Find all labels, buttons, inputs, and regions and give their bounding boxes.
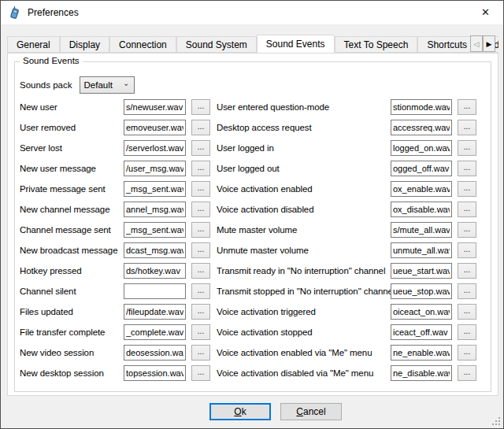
tab-label: Connection (119, 39, 167, 50)
sound-file-input[interactable] (124, 222, 186, 238)
sound-event-label: New desktop session (20, 368, 124, 378)
sound-file-input[interactable] (391, 120, 452, 135)
sound-file-input[interactable] (391, 222, 452, 238)
sound-event-label: File transfer complete (20, 327, 124, 337)
ok-button[interactable]: Ok (209, 403, 271, 420)
tab-label: General (17, 39, 50, 50)
sound-file-input[interactable] (391, 181, 452, 197)
sound-file-input[interactable] (391, 140, 452, 156)
sound-file-input[interactable] (124, 161, 186, 176)
sound-event-row: User entered question-mode ... (217, 99, 476, 115)
browse-button[interactable]: ... (191, 222, 210, 238)
sound-file-input[interactable] (124, 202, 186, 217)
sound-file-input[interactable] (124, 99, 186, 115)
sound-file-input[interactable] (124, 324, 186, 340)
browse-button[interactable]: ... (458, 99, 476, 115)
sound-events-tab-pane: Sound Events Sounds pack Default ⌄ New u… (7, 53, 498, 396)
browse-button[interactable]: ... (458, 120, 476, 135)
browse-button[interactable]: ... (191, 202, 210, 217)
browse-button[interactable]: ... (458, 140, 476, 156)
sound-file-input[interactable] (124, 263, 186, 279)
tab[interactable]: Sound System (176, 36, 257, 53)
sound-file-input[interactable] (391, 99, 452, 115)
sound-event-row: User logged out ... (217, 161, 476, 176)
sound-file-input[interactable] (124, 304, 186, 320)
sound-file-input[interactable] (391, 283, 452, 299)
sound-event-row: Private message sent ... (20, 181, 210, 197)
window-title: Preferences (28, 7, 79, 18)
sounds-pack-value: Default (84, 80, 124, 90)
sound-file-input[interactable] (391, 324, 452, 340)
browse-button[interactable]: ... (458, 304, 476, 320)
browse-button[interactable]: ... (191, 365, 210, 381)
browse-button[interactable]: ... (191, 161, 210, 176)
browse-button[interactable]: ... (191, 304, 210, 320)
browse-button[interactable]: ... (458, 263, 476, 279)
sound-file-input[interactable] (391, 242, 452, 258)
sound-event-row: New desktop session ... (20, 365, 210, 381)
preferences-window: Preferences ✕ General Display Connection… (0, 0, 504, 429)
sound-file-input[interactable] (391, 161, 452, 176)
sound-event-row: Channel silent ... (20, 283, 210, 299)
tab[interactable]: Shortcuts (417, 36, 476, 53)
chevron-down-icon: ⌄ (123, 80, 129, 87)
sounds-pack-row: Sounds pack Default ⌄ (20, 76, 135, 94)
browse-button[interactable]: ... (458, 242, 476, 258)
sound-event-row: Voice activation triggered ... (217, 304, 476, 320)
sound-file-input[interactable] (391, 345, 452, 361)
sound-event-label: Voice activation disabled (217, 205, 391, 214)
browse-button[interactable]: ... (191, 283, 210, 299)
sound-file-input[interactable] (391, 304, 452, 320)
browse-button[interactable]: ... (191, 120, 210, 135)
sound-event-label: Files updated (20, 307, 124, 316)
sound-event-row: Hotkey pressed ... (20, 263, 210, 279)
browse-button[interactable]: ... (191, 242, 210, 258)
tab[interactable]: Connection (109, 36, 176, 53)
sound-file-input[interactable] (124, 120, 186, 135)
browse-button[interactable]: ... (458, 345, 476, 361)
sound-event-row: New channel message ... (20, 202, 210, 217)
browse-button[interactable]: ... (458, 202, 476, 217)
app-icon (8, 6, 21, 20)
tab[interactable]: Text To Speech (335, 36, 418, 53)
sound-event-label: Desktop access request (217, 123, 391, 132)
titlebar: Preferences ✕ (1, 1, 503, 24)
browse-button[interactable]: ... (191, 99, 210, 115)
tab[interactable]: Display (60, 36, 109, 53)
tab[interactable]: General (7, 36, 60, 53)
resize-grip[interactable] (492, 417, 501, 426)
tab-scroll-right-button[interactable]: ▶ (483, 35, 495, 52)
browse-button[interactable]: ... (458, 324, 476, 340)
browse-button[interactable]: ... (458, 161, 476, 176)
sound-file-input[interactable] (124, 140, 186, 156)
sound-file-input[interactable] (124, 242, 186, 258)
browse-button[interactable]: ... (191, 140, 210, 156)
tab-scroll-left-button[interactable]: ◁ (470, 35, 483, 52)
sound-event-row: Files updated ... (20, 304, 210, 320)
sound-file-input[interactable] (124, 181, 186, 197)
sound-file-input[interactable] (124, 283, 186, 299)
cancel-button[interactable]: Cancel (280, 403, 342, 420)
browse-button[interactable]: ... (458, 181, 476, 197)
sound-file-input[interactable] (124, 345, 186, 361)
sound-event-row: New user message ... (20, 161, 210, 176)
sound-event-row: Voice activation disabled ... (217, 202, 476, 217)
browse-button[interactable]: ... (191, 263, 210, 279)
close-button[interactable]: ✕ (468, 1, 503, 24)
browse-button[interactable]: ... (458, 283, 476, 299)
tab[interactable]: Sound Events (257, 35, 335, 53)
sound-event-label: Unmute master volume (217, 246, 391, 255)
browse-button[interactable]: ... (458, 365, 476, 381)
browse-button[interactable]: ... (191, 345, 210, 361)
sound-file-input[interactable] (391, 202, 452, 217)
browse-button[interactable]: ... (191, 324, 210, 340)
sound-file-input[interactable] (391, 263, 452, 279)
tab-label: Text To Speech (344, 39, 409, 50)
sounds-pack-dropdown[interactable]: Default ⌄ (80, 76, 135, 94)
sound-file-input[interactable] (391, 365, 452, 381)
sound-file-input[interactable] (124, 365, 186, 381)
browse-button[interactable]: ... (191, 181, 210, 197)
sound-event-row: Server lost ... (20, 140, 210, 156)
sound-event-label: Voice activation disabled via "Me" menu (217, 368, 391, 378)
browse-button[interactable]: ... (458, 222, 476, 238)
